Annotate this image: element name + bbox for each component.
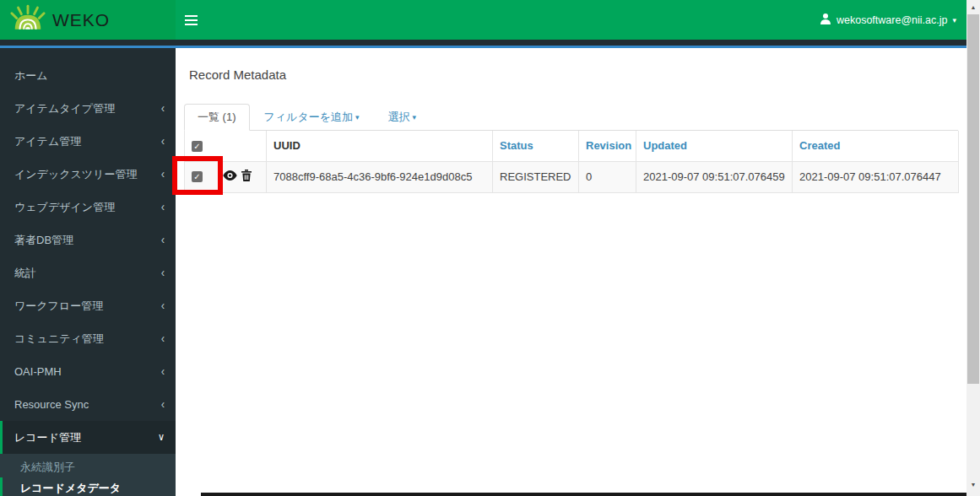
chevron-left-icon: ‹ bbox=[161, 134, 165, 148]
table-header-row: ✓ UUID Status Revision Updated Created bbox=[185, 131, 959, 161]
navbar-shadow-strip bbox=[0, 40, 966, 46]
scroll-down-arrow-icon[interactable]: ▼ bbox=[966, 477, 980, 492]
cell-uuid: 7088cff9-68a5-4c36-9bf6-924e1d9d08c5 bbox=[267, 161, 493, 192]
column-header-status[interactable]: Status bbox=[493, 131, 579, 161]
scroll-up-arrow-icon[interactable]: ▲ bbox=[966, 0, 980, 14]
sidebar-item-item-mgmt[interactable]: アイテム管理 ‹ bbox=[0, 125, 176, 158]
chevron-left-icon: ‹ bbox=[161, 101, 165, 116]
header-select-all-cell: ✓ bbox=[185, 131, 267, 161]
trash-icon bbox=[241, 170, 252, 184]
table-row: ✓ bbox=[185, 161, 959, 192]
sidebar-item-workflow-mgmt[interactable]: ワークフロー管理 ‹ bbox=[0, 289, 176, 322]
records-table: ✓ UUID Status Revision Updated Created ✓ bbox=[184, 131, 959, 193]
top-navbar: WEKO wekosoftware@nii.ac.jp ▾ bbox=[0, 0, 966, 40]
caret-down-icon: ▾ bbox=[355, 113, 360, 121]
weko-admin-window: WEKO wekosoftware@nii.ac.jp ▾ ホーム アイテムタイ… bbox=[0, 0, 980, 496]
sidebar-item-resource-sync[interactable]: Resource Sync ‹ bbox=[0, 388, 176, 421]
sidebar-item-record-mgmt[interactable]: レコード管理 ∨ bbox=[0, 421, 176, 454]
add-filter-dropdown[interactable]: フィルターを追加 ▾ bbox=[263, 105, 361, 130]
page-title: Record Metadata bbox=[189, 67, 958, 82]
vertical-scrollbar: ▲ ▼ bbox=[966, 0, 980, 496]
weko-logo[interactable]: WEKO bbox=[0, 0, 176, 40]
sidebar-item-webdesign-mgmt[interactable]: ウェブデザイン管理 ‹ bbox=[0, 191, 176, 224]
sidebar-item-community-mgmt[interactable]: コミュニティ管理 ‹ bbox=[0, 322, 176, 355]
user-email: wekosoftware@nii.ac.jp bbox=[837, 14, 948, 26]
brand-title: WEKO bbox=[52, 10, 110, 30]
column-header-revision[interactable]: Revision bbox=[579, 131, 636, 161]
chevron-left-icon: ‹ bbox=[161, 299, 165, 313]
select-dropdown[interactable]: 選択 ▾ bbox=[387, 105, 419, 130]
chevron-left-icon: ‹ bbox=[161, 397, 165, 412]
chevron-left-icon: ‹ bbox=[161, 200, 165, 214]
bottom-bar bbox=[201, 493, 966, 496]
tab-list[interactable]: 一覧 (1) bbox=[184, 104, 250, 131]
submenu-item-pid[interactable]: 永続識別子 bbox=[0, 456, 176, 477]
user-menu[interactable]: wekosoftware@nii.ac.jp ▾ bbox=[820, 13, 956, 27]
sidebar-item-oai-pmh[interactable]: OAI-PMH ‹ bbox=[0, 355, 176, 388]
cell-created: 2021-09-07 09:51:07.076447 bbox=[793, 161, 959, 192]
row-checkbox[interactable]: ✓ bbox=[192, 171, 203, 182]
caret-down-icon: ▾ bbox=[413, 113, 417, 121]
chevron-left-icon: ‹ bbox=[161, 233, 165, 247]
column-header-created[interactable]: Created bbox=[793, 131, 959, 161]
cell-status: REGISTERED bbox=[493, 161, 579, 192]
sidebar-toggle-icon[interactable] bbox=[185, 8, 210, 33]
caret-down-icon: ▾ bbox=[952, 16, 956, 24]
scrollbar-thumb[interactable] bbox=[967, 14, 979, 384]
sidebar-item-home[interactable]: ホーム bbox=[0, 59, 176, 92]
user-icon bbox=[820, 13, 831, 27]
column-header-updated[interactable]: Updated bbox=[636, 131, 793, 161]
weko-crown-icon bbox=[10, 4, 46, 35]
tab-bar: 一覧 (1) フィルターを追加 ▾ 選択 ▾ bbox=[184, 106, 958, 131]
chevron-left-icon: ‹ bbox=[161, 167, 165, 181]
eye-icon bbox=[223, 170, 237, 183]
sidebar-nav: ホーム アイテムタイプ管理 ‹ アイテム管理 ‹ インデックスツリー管理 ‹ ウ… bbox=[0, 48, 176, 496]
sidebar-item-itemtype-mgmt[interactable]: アイテムタイプ管理 ‹ bbox=[0, 92, 176, 125]
delete-record-button[interactable] bbox=[241, 170, 252, 184]
sidebar-item-authordb-mgmt[interactable]: 著者DB管理 ‹ bbox=[0, 224, 176, 256]
chevron-left-icon: ‹ bbox=[161, 364, 165, 379]
chevron-left-icon: ‹ bbox=[161, 266, 165, 280]
view-record-button[interactable] bbox=[223, 170, 237, 183]
sidebar-item-statistics[interactable]: 統計 ‹ bbox=[0, 256, 176, 289]
content-area: Record Metadata 一覧 (1) フィルターを追加 ▾ 選択 ▾ ✓ bbox=[176, 48, 966, 496]
column-header-uuid: UUID bbox=[267, 131, 493, 161]
chevron-down-icon: ∨ bbox=[158, 431, 165, 443]
select-all-checkbox[interactable]: ✓ bbox=[192, 141, 203, 152]
record-mgmt-submenu: 永続識別子 レコードメタデータ bbox=[0, 454, 176, 496]
cell-updated: 2021-09-07 09:51:07.076459 bbox=[636, 161, 793, 192]
row-controls-cell: ✓ bbox=[185, 161, 267, 192]
cell-revision: 0 bbox=[579, 161, 636, 192]
sidebar-item-indextree-mgmt[interactable]: インデックスツリー管理 ‹ bbox=[0, 158, 176, 191]
chevron-left-icon: ‹ bbox=[161, 332, 165, 346]
submenu-item-record-metadata[interactable]: レコードメタデータ bbox=[0, 477, 176, 496]
